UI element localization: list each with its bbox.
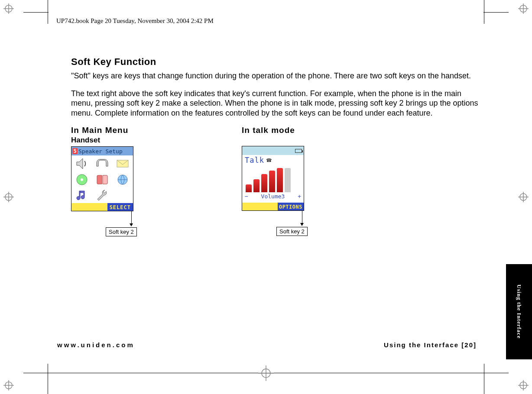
cd-icon	[71, 171, 92, 187]
volume-level-label: Volume3	[261, 193, 285, 200]
footer-url: www.uniden.com	[57, 341, 135, 349]
crop-mark	[48, 364, 48, 394]
registration-mark-icon	[518, 3, 529, 14]
softkey-2-caption: Soft key 2	[106, 227, 137, 236]
speaker-icon	[71, 155, 92, 171]
crop-mark	[483, 12, 509, 13]
section-title: Soft Key Function	[71, 56, 481, 68]
crop-mark	[484, 364, 484, 394]
framemaker-header: UP742.book Page 20 Tuesday, November 30,…	[56, 17, 214, 25]
crop-mark	[23, 12, 49, 13]
blank-icon	[113, 187, 133, 203]
svg-point-23	[81, 178, 83, 181]
menu-index-number: 5	[72, 148, 78, 154]
registration-mark-icon	[3, 3, 14, 14]
volume-plus: +	[298, 193, 301, 200]
volume-bars	[246, 167, 300, 192]
thumb-tab: Using the Interface	[506, 264, 532, 359]
handset-icon: ☎	[266, 158, 272, 163]
paragraph: The text right above the soft key indica…	[71, 89, 481, 118]
softkey-2-label: SELECT	[107, 203, 133, 211]
footer-section-page: Using the Interface [20]	[384, 341, 477, 349]
arrow-down-icon	[284, 211, 320, 226]
example-heading-talk-mode: In talk mode	[242, 126, 320, 135]
battery-icon	[295, 149, 302, 153]
menu-icon-grid	[71, 155, 133, 203]
menu-title: Speaker Setup	[78, 148, 123, 155]
example-heading-main-menu: In Main Menu	[71, 126, 149, 135]
headset-icon	[92, 155, 112, 171]
arrow-down-icon	[114, 211, 149, 226]
music-note-icon	[71, 187, 92, 203]
talk-label: Talk	[245, 156, 264, 165]
volume-minus: −	[245, 193, 248, 200]
handset-screen-main-menu: 5 Speaker Setup	[71, 146, 133, 211]
softkey-2-caption: Soft key 2	[276, 227, 308, 236]
example-subheading-handset: Handset	[71, 136, 149, 145]
envelope-icon	[113, 155, 133, 171]
paragraph: "Soft" keys are keys that change functio…	[71, 71, 481, 81]
wrench-icon	[92, 187, 112, 203]
globe-icon	[113, 171, 133, 187]
registration-mark-icon	[3, 192, 14, 202]
book-icon	[92, 171, 112, 187]
softkey-2-label: OPTIONS	[278, 203, 304, 211]
handset-screen-talk-mode: Talk ☎ − Volume3 + OPTIONS	[242, 146, 304, 211]
registration-mark-icon	[3, 380, 14, 391]
registration-mark-icon	[518, 192, 529, 202]
registration-mark-icon	[518, 380, 529, 391]
registration-mark-icon	[258, 365, 274, 381]
